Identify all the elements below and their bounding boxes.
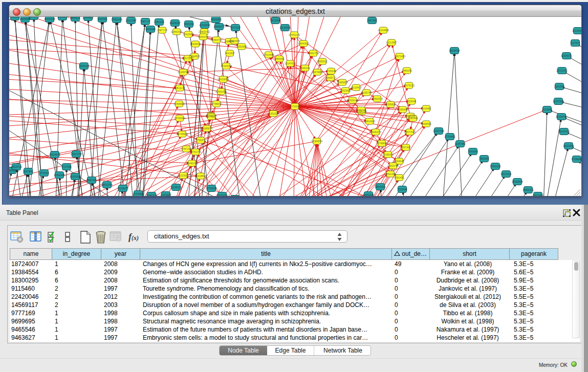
svg-text:17504150: 17504150 <box>490 165 501 168</box>
svg-text:10973493: 10973493 <box>394 55 405 58</box>
svg-text:10183348: 10183348 <box>221 64 232 68</box>
svg-text:12745566: 12745566 <box>177 133 188 136</box>
svg-text:14885576: 14885576 <box>213 25 225 28</box>
svg-text:13650045: 13650045 <box>363 193 374 196</box>
svg-text:22037453: 22037453 <box>433 129 444 133</box>
svg-text:5381263: 5381263 <box>154 20 164 24</box>
svg-text:12595802: 12595802 <box>173 102 185 105</box>
svg-text:16773295: 16773295 <box>216 194 228 196</box>
svg-text:7485063: 7485063 <box>402 69 412 72</box>
svg-text:17871990: 17871990 <box>532 194 543 196</box>
svg-text:16205355: 16205355 <box>70 175 81 178</box>
svg-text:17788930: 17788930 <box>211 102 222 105</box>
svg-text:10083388: 10083388 <box>397 108 408 111</box>
svg-text:9411837: 9411837 <box>225 52 234 55</box>
svg-text:7955812: 7955812 <box>317 60 328 63</box>
svg-text:2972014: 2972014 <box>39 171 49 174</box>
svg-text:15799800: 15799800 <box>376 142 387 145</box>
svg-text:12673067: 12673067 <box>182 57 193 60</box>
svg-text:17754481: 17754481 <box>444 135 455 138</box>
svg-text:22168322: 22168322 <box>382 153 394 156</box>
svg-text:10195106: 10195106 <box>170 186 182 189</box>
svg-text:21817236: 21817236 <box>71 152 82 156</box>
svg-text:2097941: 2097941 <box>97 17 107 20</box>
svg-text:16961758: 16961758 <box>308 52 319 55</box>
svg-text:18521934: 18521934 <box>101 183 113 186</box>
svg-text:13223030: 13223030 <box>178 174 189 177</box>
svg-text:18385874: 18385874 <box>201 127 212 130</box>
svg-text:2905334: 2905334 <box>79 64 89 68</box>
svg-text:16533654: 16533654 <box>217 78 229 81</box>
svg-text:16053809: 16053809 <box>210 18 222 21</box>
svg-text:3990955: 3990955 <box>479 157 489 160</box>
svg-text:12357462: 12357462 <box>454 142 466 145</box>
svg-text:20489934: 20489934 <box>337 81 348 84</box>
svg-text:5455256: 5455256 <box>184 23 194 26</box>
svg-text:7665695: 7665695 <box>274 57 285 60</box>
svg-text:7057687: 7057687 <box>401 146 411 149</box>
svg-text:9395616: 9395616 <box>10 17 20 18</box>
svg-text:6369483: 6369483 <box>408 117 418 120</box>
svg-text:17013481: 17013481 <box>263 53 274 56</box>
svg-text:16154808: 16154808 <box>378 29 389 32</box>
svg-text:17073997: 17073997 <box>160 193 171 196</box>
svg-text:9115460: 9115460 <box>421 107 431 110</box>
svg-text:8591441: 8591441 <box>385 172 396 176</box>
svg-text:15119437: 15119437 <box>351 86 362 89</box>
svg-text:19218596: 19218596 <box>279 26 291 29</box>
svg-text:20677936: 20677936 <box>404 130 416 134</box>
svg-text:12975115: 12975115 <box>403 84 415 87</box>
svg-text:1926841: 1926841 <box>406 100 417 103</box>
svg-text:16218276: 16218276 <box>117 187 128 190</box>
svg-text:21929143: 21929143 <box>347 99 358 102</box>
svg-text:11257559: 11257559 <box>553 100 564 103</box>
svg-text:10892280: 10892280 <box>54 173 65 177</box>
svg-text:22369699: 22369699 <box>385 103 396 106</box>
svg-text:6765549: 6765549 <box>326 70 336 73</box>
svg-text:18761705: 18761705 <box>190 150 201 154</box>
svg-text:9699695: 9699695 <box>421 122 431 125</box>
svg-text:13147674: 13147674 <box>285 62 296 65</box>
svg-text:19353968: 19353968 <box>236 45 247 48</box>
svg-text:21940375: 21940375 <box>370 130 381 134</box>
svg-text:19926297: 19926297 <box>169 21 181 25</box>
svg-text:17296891: 17296891 <box>571 158 581 161</box>
svg-text:22814308: 22814308 <box>364 120 375 123</box>
svg-text:22418611: 22418611 <box>82 17 94 19</box>
svg-text:10189741: 10189741 <box>178 71 189 74</box>
svg-text:6994478: 6994478 <box>198 35 208 38</box>
svg-text:10491146: 10491146 <box>289 33 300 36</box>
svg-text:6561495: 6561495 <box>394 176 404 179</box>
svg-text:16648784: 16648784 <box>449 49 460 52</box>
svg-text:17561266: 17561266 <box>111 18 122 21</box>
svg-text:15151826: 15151826 <box>44 17 55 20</box>
svg-text:5759971: 5759971 <box>195 139 206 142</box>
svg-text:18640910: 18640910 <box>298 42 309 45</box>
svg-text:11660318: 11660318 <box>146 194 157 196</box>
svg-text:12213967: 12213967 <box>386 41 397 44</box>
svg-text:7947777: 7947777 <box>140 20 150 23</box>
svg-text:11155788: 11155788 <box>361 91 372 94</box>
svg-text:9887174: 9887174 <box>157 29 167 32</box>
svg-text:13515723: 13515723 <box>11 165 22 168</box>
svg-text:16092248: 16092248 <box>186 162 198 165</box>
svg-text:8813054: 8813054 <box>270 19 280 22</box>
svg-text:20483744: 20483744 <box>211 38 222 41</box>
svg-text:2869224: 2869224 <box>70 17 80 19</box>
svg-text:7019538: 7019538 <box>397 188 407 191</box>
svg-text:19391201: 19391201 <box>522 188 534 191</box>
svg-text:15581252: 15581252 <box>9 169 17 172</box>
svg-text:17379897: 17379897 <box>133 192 144 195</box>
svg-text:12410969: 12410969 <box>183 33 194 36</box>
svg-text:6680426: 6680426 <box>86 179 97 182</box>
svg-text:2151538: 2151538 <box>554 85 564 88</box>
svg-text:4577929: 4577929 <box>230 26 241 29</box>
svg-text:14979896: 14979896 <box>312 71 323 74</box>
svg-text:19384554: 19384554 <box>311 140 322 143</box>
svg-text:21695717: 21695717 <box>325 76 336 79</box>
svg-text:18724007: 18724007 <box>289 105 300 108</box>
svg-text:3215958: 3215958 <box>542 108 552 111</box>
svg-text:22611170: 22611170 <box>174 86 185 90</box>
svg-text:8349701: 8349701 <box>356 108 366 112</box>
svg-text:13124096: 13124096 <box>572 29 581 32</box>
